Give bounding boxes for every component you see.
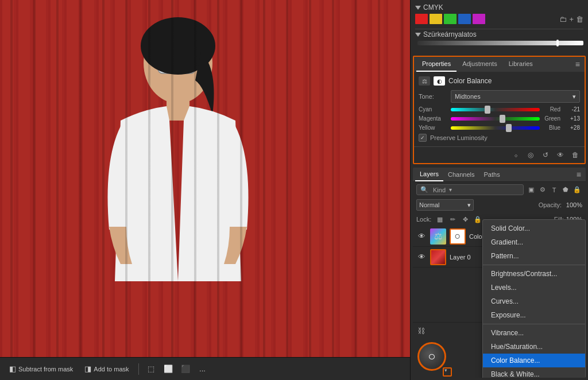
menu-pattern[interactable]: Pattern... [483, 249, 585, 263]
color-balance-icon: ⚖ [419, 76, 430, 86]
filter-text-icon[interactable]: T [549, 185, 559, 195]
swatch-add-icon[interactable]: + [569, 15, 574, 24]
gray-label: Szürkeárnyalatos [423, 30, 477, 38]
cyan-red-thumb[interactable] [485, 106, 490, 114]
circle-button[interactable]: ○ [417, 342, 446, 371]
tab-paths[interactable]: Paths [479, 168, 505, 181]
dropdown-arrow-icon: ▾ [572, 93, 576, 100]
right-panel: CMYK 🗀 + 🗑 [410, 0, 588, 380]
chain-link-icon: ⛓ [417, 327, 425, 335]
swatch-delete-icon[interactable]: 🗑 [576, 15, 583, 24]
properties-content: ⚖ ◐ Color Balance Tone: Midtones ▾ Cyan [414, 72, 585, 146]
bottom-toolbar: ◧ Subtract from mask ◨ Add to mask ⬚ ⬜ ⬛… [0, 357, 410, 380]
filter-smart-icon[interactable]: 🔒 [572, 185, 582, 195]
filter-adjust-icon[interactable]: ⚙ [537, 185, 548, 195]
swatch-green[interactable] [444, 14, 457, 24]
circle-wrap: ○ ▾ [417, 342, 450, 374]
visibility-mask-icon[interactable]: ◎ [525, 149, 536, 161]
preserve-lum-checkbox[interactable]: ✓ [419, 134, 427, 142]
magenta-label: Magenta [419, 115, 447, 122]
swatch-yellow[interactable] [430, 14, 442, 24]
magenta-green-slider[interactable] [451, 117, 540, 121]
menu-curves[interactable]: Curves... [483, 294, 585, 308]
mask-btn-1[interactable]: ⬚ [144, 362, 158, 377]
tab-libraries[interactable]: Libraries [503, 57, 539, 72]
cmyk-header: CMYK [415, 3, 583, 11]
layer-eye-1[interactable]: 👁 [416, 231, 427, 242]
menu-solid-color[interactable]: Solid Color... [483, 222, 585, 235]
layer-eye-2[interactable]: 👁 [416, 252, 427, 262]
svg-rect-4 [0, 0, 410, 357]
properties-footer: ⬦ ◎ ↺ 👁 🗑 [414, 146, 585, 163]
search-box: 🔍 Kind ▾ [416, 184, 524, 195]
yellow-label: Yellow [419, 125, 447, 131]
menu-hue-saturation[interactable]: Hue/Saturation... [483, 340, 585, 354]
magenta-green-thumb[interactable] [500, 115, 505, 123]
yellow-blue-slider[interactable] [451, 126, 540, 130]
cyan-red-slider[interactable] [451, 108, 540, 111]
svg-point-5 [144, 23, 212, 103]
color-balance-thumb: ⚖ [430, 228, 446, 245]
layers-menu-icon[interactable]: ≡ [574, 170, 583, 179]
clip-icon[interactable]: ⬦ [510, 149, 521, 161]
reset-icon[interactable]: ↺ [540, 149, 551, 161]
menu-color-balance[interactable]: Color Balance... [483, 354, 585, 367]
cyan-red-value: -21 [564, 106, 580, 113]
swatch-cyan-red[interactable] [415, 14, 428, 24]
prop-title: Color Balance [448, 77, 492, 85]
filter-icons: ▣ ⚙ T ⬟ 🔒 [526, 185, 582, 195]
blue-label: Blue [543, 125, 560, 131]
gray-slider[interactable] [417, 41, 583, 45]
eye-footer-icon[interactable]: 👁 [555, 149, 566, 161]
more-button[interactable]: ... [195, 362, 210, 377]
lock-paint-icon[interactable]: ✏ [447, 214, 458, 224]
tab-adjustments[interactable]: Adjustments [457, 57, 503, 72]
lock-position-icon[interactable]: ✥ [460, 214, 470, 224]
swatch-magenta[interactable] [473, 14, 485, 24]
filter-shape-icon[interactable]: ⬟ [560, 185, 571, 195]
menu-sep-2 [483, 324, 585, 324]
blend-mode-dropdown[interactable]: Normal ▾ [416, 199, 474, 211]
lock-artboard-icon[interactable]: 🔒 [473, 214, 483, 224]
svg-point-9 [141, 17, 215, 75]
subtract-from-mask-button[interactable]: ◧ Subtract from mask [5, 362, 78, 375]
menu-brightness-contrast[interactable]: Brightness/Contrast... [483, 267, 585, 281]
filter-pixel-icon[interactable]: ▣ [526, 185, 536, 195]
tone-dropdown[interactable]: Midtones ▾ [451, 90, 580, 103]
tab-channels[interactable]: Channels [443, 168, 479, 181]
opacity-label: Opacity: [539, 201, 562, 208]
add-to-mask-button[interactable]: ◨ Add to mask [80, 362, 133, 375]
cyan-red-row: Cyan Red -21 [419, 106, 580, 113]
swatch-folder-icon[interactable]: 🗀 [559, 15, 567, 24]
tone-row: Tone: Midtones ▾ [419, 90, 580, 103]
green-label: Green [543, 115, 560, 122]
menu-gradient[interactable]: Gradient... [483, 235, 585, 249]
gray-chevron-icon[interactable] [415, 33, 421, 37]
yellow-blue-row: Yellow Blue +28 [419, 125, 580, 131]
tab-layers[interactable]: Layers [415, 168, 443, 181]
mask-btn-3[interactable]: ⬛ [178, 362, 193, 377]
blend-row: Normal ▾ Opacity: 100% [413, 197, 586, 212]
magenta-green-value: +13 [564, 115, 580, 122]
lock-label: Lock: [416, 216, 431, 223]
menu-exposure[interactable]: Exposure... [483, 308, 585, 322]
lock-transparent-icon[interactable]: ▦ [435, 214, 445, 224]
mask-btn-2[interactable]: ⬜ [161, 362, 176, 377]
cmyk-chevron-icon[interactable] [415, 6, 421, 10]
main-area: ◧ Subtract from mask ◨ Add to mask ⬚ ⬜ ⬛… [0, 0, 588, 380]
layer-mask-1[interactable]: ○ [450, 228, 466, 245]
yellow-blue-thumb[interactable] [506, 124, 512, 132]
menu-black-white[interactable]: Black & White... [483, 367, 585, 378]
delete-footer-icon[interactable]: 🗑 [570, 149, 581, 161]
properties-menu-icon[interactable]: ≡ [573, 60, 582, 69]
menu-levels[interactable]: Levels... [483, 281, 585, 294]
kind-dropdown-arrow[interactable]: ▾ [449, 187, 452, 193]
properties-panel: Properties Adjustments Libraries ≡ ⚖ ◐ C… [413, 56, 586, 164]
layers-tabs: Layers Channels Paths ≡ [413, 168, 586, 182]
blend-arrow-icon: ▾ [467, 201, 471, 209]
menu-vibrance[interactable]: Vibrance... [483, 326, 585, 340]
swatch-blue[interactable] [458, 14, 471, 24]
context-menu: Solid Color... Gradient... Pattern... Br… [482, 219, 586, 378]
preserve-lum-label: Preserve Luminosity [430, 134, 488, 141]
tab-properties[interactable]: Properties [416, 57, 457, 72]
